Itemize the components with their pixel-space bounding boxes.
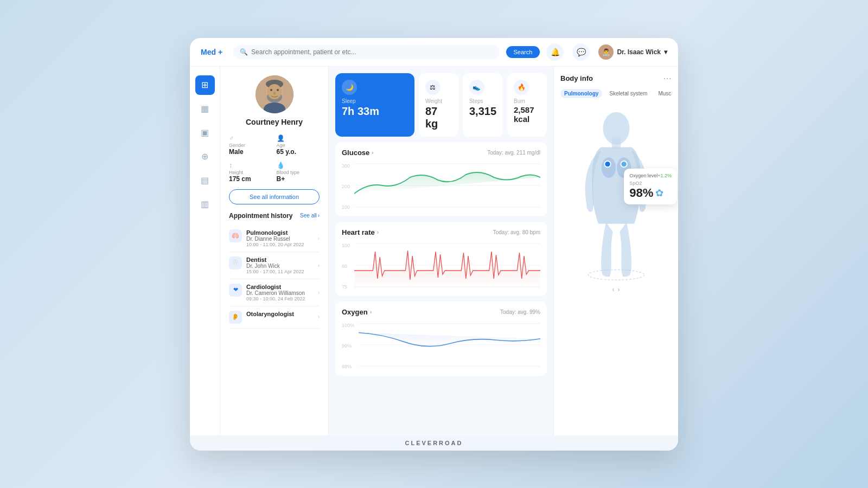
center-panel: 🌙 Sleep 7h 33m ⚖ Weight 87 kg 👟 Steps [329,67,553,435]
sidebar-item-docs[interactable]: ▥ [195,195,215,214]
oxygen-chart-area [359,320,540,369]
message-icon[interactable]: 💬 [572,43,590,61]
glucose-chart-header: Glucose › Today: avg. 211 mg/dl [342,149,540,157]
arrow-icon: › [318,262,320,268]
body-nav: ‹ › [612,286,620,293]
body-prev-icon[interactable]: ‹ [612,286,615,293]
appointment-item[interactable]: 🦷 Dentist Dr. John Wick 15:00 - 17:00, 1… [229,252,320,279]
patient-name: Courtney Henry [229,118,320,126]
footer-brand: CLEVERROAD [190,435,678,451]
svg-point-5 [270,89,272,91]
sp02-label: SpO2 [629,181,672,186]
body-tabs: Pulmonology Skeletal system Muscle syste… [560,89,672,98]
arrow-icon: › [318,290,320,296]
sleep-icon: 🌙 [342,80,357,95]
weight-metric: ⚖ Weight 87 kg [419,73,458,137]
search-wrapper: 🔍 [233,45,499,59]
oxygen-popup: Oxygen level +1.2% SpO2 98% ✿ [624,169,677,204]
heart-rate-header: Heart rate › Today: avg. 80 bpm [342,228,540,236]
sidebar-item-add[interactable]: ⊕ [195,147,215,166]
heart-rate-avg: Today: avg. 80 bpm [493,229,540,235]
patient-avatar [256,75,293,113]
body-info-header: Body info ⋯ [560,73,672,84]
see-all-appointments-link[interactable]: See all › [300,213,320,219]
body-figure: Oxygen level +1.2% SpO2 98% ✿ ‹ › [560,104,672,288]
tab-pulmonology[interactable]: Pulmonology [560,89,602,98]
arrow-icon: › [318,235,320,241]
topbar: Med + 🔍 Search 🔔 💬 👨‍⚕️ Dr. Isaac Wick ▾ [190,38,678,67]
svg-point-7 [273,92,276,95]
svg-point-6 [277,89,279,91]
otolaryngologist-icon: 👂 [229,311,242,324]
oxygen-change-value: +1.2% [658,173,672,178]
appointment-list: 🫁 Pulmonologist Dr. Dianne Russel 10:00 … [229,225,320,329]
app-container: ⊞ ▦ ▣ ⊕ ▤ ▥ [190,67,678,435]
arrow-icon: › [318,314,320,320]
sleep-metric: 🌙 Sleep 7h 33m [335,73,414,137]
pulmonologist-icon: 🫁 [229,229,242,242]
glucose-chart-area [354,161,540,210]
heart-rate-chart-card: Heart rate › Today: avg. 80 bpm 100 80 7… [335,222,547,296]
appointment-title: Appointment history [229,212,292,220]
svg-point-21 [601,157,615,178]
search-button[interactable]: Search [506,46,540,58]
appointment-item[interactable]: ❤ Cardiologist Dr. Cameron Williamson 09… [229,279,320,306]
steps-icon: 👟 [469,80,484,95]
svg-point-18 [588,269,644,280]
glucose-avg: Today: avg. 211 mg/dl [487,150,540,156]
oxygen-chart-card: Oxygen › Today: avg. 99% 100% 99% 98% [335,301,547,376]
body-next-icon[interactable]: › [618,286,620,293]
heart-rate-title: Heart rate › [342,228,379,236]
oxygen-header: Oxygen › Today: avg. 99% [342,308,540,316]
avatar: 👨‍⚕️ [598,44,614,60]
sp02-value: 98% [629,186,653,200]
topbar-icons: 🔔 💬 👨‍⚕️ Dr. Isaac Wick ▾ [546,43,667,61]
tab-muscle[interactable]: Muscle system [654,89,672,98]
chevron-down-icon: ▾ [664,48,667,56]
age-field: 👤 Age 65 y.o. [277,133,320,156]
tab-skeletal[interactable]: Skeletal system [605,89,651,98]
left-panel: Courtney Henry ♂ Gender Male 👤 Age 65 y.… [220,67,329,435]
metrics-row: 🌙 Sleep 7h 33m ⚖ Weight 87 kg 👟 Steps [335,73,547,137]
blood-type-field: 💧 Blood type B+ [277,160,320,183]
weight-icon: ⚖ [425,80,441,95]
main-content: Courtney Henry ♂ Gender Male 👤 Age 65 y.… [220,67,678,435]
burn-metric: 🔥 Burn 2,587 kcal [507,73,547,137]
search-input[interactable] [251,48,493,56]
svg-point-20 [603,112,629,144]
appointment-item[interactable]: 👂 Otolaryngologist › [229,306,320,329]
notification-icon[interactable]: 🔔 [546,43,564,61]
glucose-chart-title: Glucose › [342,149,374,157]
sidebar-item-reports[interactable]: ▤ [195,171,215,190]
see-all-info-button[interactable]: See all information [229,189,320,204]
search-icon: 🔍 [240,48,248,56]
spin-icon: ✿ [655,187,663,199]
appointment-item[interactable]: 🫁 Pulmonologist Dr. Dianne Russel 10:00 … [229,225,320,252]
gender-field: ♂ Gender Male [229,133,272,156]
svg-point-24 [621,161,627,167]
user-profile[interactable]: 👨‍⚕️ Dr. Isaac Wick ▾ [598,44,667,60]
body-info-title: Body info [560,74,593,82]
glucose-chart-card: Glucose › Today: avg. 211 mg/dl 300 200 … [335,142,547,216]
oxygen-avg: Today: avg. 99% [500,309,540,315]
steps-metric: 👟 Steps 3,315 [463,73,503,137]
height-field: ↕ Height 175 cm [229,160,272,183]
svg-point-23 [604,161,610,167]
dentist-icon: 🦷 [229,256,242,269]
sidebar-item-dashboard[interactable]: ⊞ [195,75,215,95]
app-logo: Med + [201,48,222,56]
burn-icon: 🔥 [514,80,529,95]
oxygen-title: Oxygen › [342,308,372,316]
appointment-header: Appointment history See all › [229,212,320,220]
right-panel: Body info ⋯ Pulmonology Skeletal system … [553,67,678,435]
more-options-icon[interactable]: ⋯ [663,73,672,84]
doctor-name: Dr. Isaac Wick [617,48,661,56]
sidebar-item-messages[interactable]: ▣ [195,123,215,143]
sidebar-item-calendar[interactable]: ▦ [195,99,215,119]
cardiologist-icon: ❤ [229,284,242,297]
heart-rate-chart-area [354,241,540,290]
patient-info-grid: ♂ Gender Male 👤 Age 65 y.o. ↕ Height 175… [229,133,320,183]
brand-text: CLEVERROAD [405,440,463,446]
sidebar: ⊞ ▦ ▣ ⊕ ▤ ▥ [190,67,220,435]
oxygen-level-label: Oxygen level [629,173,658,178]
